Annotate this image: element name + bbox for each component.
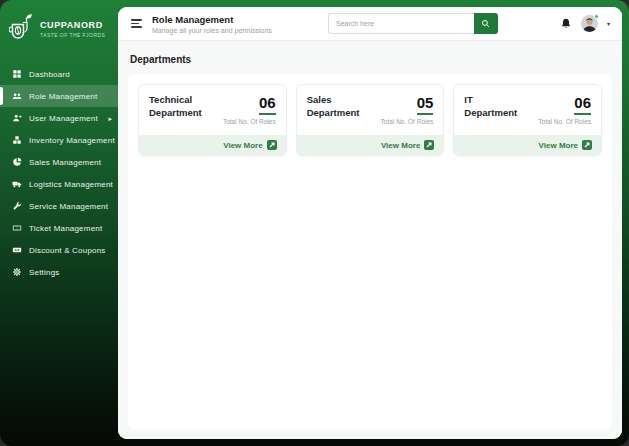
view-more-link[interactable]: View More [454,135,601,155]
role-count: 06 [574,95,591,115]
pie-chart-icon [12,157,22,167]
sidebar-item-settings[interactable]: Settings [0,261,118,283]
department-card-technical: Technical Department 06 Total No. Of Rol… [138,84,287,156]
notifications-bell-icon[interactable] [560,17,572,30]
wrench-icon [12,201,22,211]
topbar: Role Management Manage all your roles an… [118,7,622,41]
role-count-block: 06 Total No. Of Roles [538,94,591,131]
role-count-label: Total No. Of Roles [223,118,276,125]
sidebar-item-label: Ticket Management [29,224,102,233]
sidebar-item-sales-management[interactable]: Sales Management [0,151,118,173]
search-bar [328,13,498,34]
user-icon [12,113,22,123]
chevron-down-icon[interactable]: ▾ [607,20,610,27]
departments-panel: Technical Department 06 Total No. Of Rol… [128,74,612,429]
sidebar-item-label: Dashboard [29,70,70,79]
view-more-label: View More [223,141,262,150]
card-body: Sales Department 05 Total No. Of Roles [297,85,444,135]
inventory-icon [12,135,22,145]
sidebar-nav: Dashboard Role Management User Managemen… [0,63,118,283]
sidebar-item-ticket-management[interactable]: Ticket Management [0,217,118,239]
sidebar-item-user-management[interactable]: User Management ▸ [0,107,118,129]
department-card-sales: Sales Department 05 Total No. Of Roles V… [296,84,445,156]
view-more-link[interactable]: View More [139,135,286,155]
search-input[interactable] [328,13,474,34]
hamburger-menu-icon[interactable] [131,19,142,28]
card-body: Technical Department 06 Total No. Of Rol… [139,85,286,135]
dashboard-icon [12,69,22,79]
sidebar-item-label: Role Management [29,92,97,101]
app-window: CUPPANORD TASTE OF THE FJORDS Dashboard … [0,0,629,446]
sidebar-item-role-management[interactable]: Role Management [0,85,118,107]
role-count: 05 [417,95,434,115]
main-panel: Role Management Manage all your roles an… [118,7,622,439]
sidebar-item-label: Discount & Coupons [29,246,106,255]
user-avatar[interactable] [581,15,598,32]
sidebar: CUPPANORD TASTE OF THE FJORDS Dashboard … [0,0,118,446]
online-status-dot [594,14,599,19]
search-icon [481,16,490,31]
ticket-icon [12,223,22,233]
chevron-right-icon: ▸ [108,115,112,122]
brand-tagline: TASTE OF THE FJORDS [40,32,105,38]
sidebar-item-service-management[interactable]: Service Management [0,195,118,217]
department-name: Technical Department [149,94,211,131]
role-count-label: Total No. Of Roles [538,118,591,125]
search-button[interactable] [474,13,498,34]
content-area: Departments Technical Department 06 Tota… [118,41,622,439]
department-card-it: IT Department 06 Total No. Of Roles View… [453,84,602,156]
page-title: Role Management [152,14,328,25]
sidebar-item-label: Service Management [29,202,108,211]
sidebar-item-label: Logistics Management [29,180,113,189]
sidebar-item-label: Inventory Management [29,136,115,145]
role-count-label: Total No. Of Roles [381,118,434,125]
sidebar-item-logistics-management[interactable]: Logistics Management [0,173,118,195]
view-more-label: View More [539,141,578,150]
sidebar-item-label: Settings [29,268,60,277]
department-cards-row: Technical Department 06 Total No. Of Rol… [138,84,602,156]
external-link-icon [267,140,277,150]
sidebar-item-discount-coupons[interactable]: Discount & Coupons [0,239,118,261]
view-more-label: View More [381,141,420,150]
external-link-icon [582,140,592,150]
gear-icon [12,267,22,277]
sidebar-item-inventory-management[interactable]: Inventory Management ▸ [0,129,118,151]
sidebar-item-label: User Management [29,114,98,123]
sidebar-item-label: Sales Management [29,158,101,167]
department-name: IT Department [464,94,526,131]
card-body: IT Department 06 Total No. Of Roles [454,85,601,135]
roles-icon [12,91,22,101]
brand-logo[interactable]: CUPPANORD TASTE OF THE FJORDS [0,0,118,57]
coffee-cup-leaf-icon [9,13,35,45]
coupon-icon [12,245,22,255]
department-name: Sales Department [307,94,369,131]
page-subtitle: Manage all your roles and permissions [152,27,328,34]
view-more-link[interactable]: View More [297,135,444,155]
page-title-block: Role Management Manage all your roles an… [152,14,328,34]
role-count: 06 [259,95,276,115]
role-count-block: 05 Total No. Of Roles [381,94,434,131]
brand-name: CUPPANORD [40,20,105,30]
sidebar-item-dashboard[interactable]: Dashboard [0,63,118,85]
topbar-right-cluster: ▾ [560,15,610,32]
external-link-icon [424,140,434,150]
role-count-block: 06 Total No. Of Roles [223,94,276,131]
brand-text: CUPPANORD TASTE OF THE FJORDS [40,20,105,38]
truck-icon [12,179,22,189]
section-title: Departments [130,54,612,65]
